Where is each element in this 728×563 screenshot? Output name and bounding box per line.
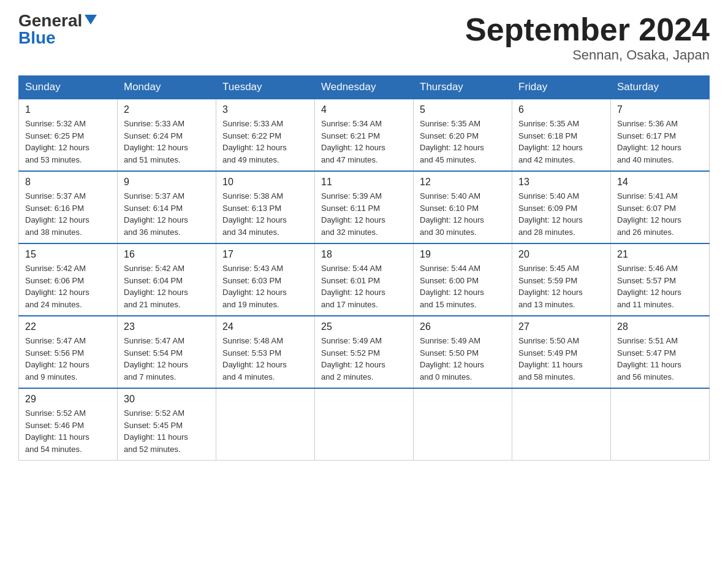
table-row: 14Sunrise: 5:41 AMSunset: 6:07 PMDayligh… — [611, 171, 710, 243]
day-info: Sunrise: 5:37 AMSunset: 6:16 PMDaylight:… — [25, 190, 111, 238]
calendar-week-4: 22Sunrise: 5:47 AMSunset: 5:56 PMDayligh… — [19, 316, 710, 388]
day-number: 5 — [420, 104, 506, 115]
day-info: Sunrise: 5:41 AMSunset: 6:07 PMDaylight:… — [617, 190, 703, 238]
table-row: 8Sunrise: 5:37 AMSunset: 6:16 PMDaylight… — [19, 171, 118, 243]
day-info: Sunrise: 5:34 AMSunset: 6:21 PMDaylight:… — [321, 118, 407, 166]
table-row: 11Sunrise: 5:39 AMSunset: 6:11 PMDayligh… — [315, 171, 414, 243]
table-row: 25Sunrise: 5:49 AMSunset: 5:52 PMDayligh… — [315, 316, 414, 388]
day-number: 15 — [25, 249, 111, 260]
day-info: Sunrise: 5:43 AMSunset: 6:03 PMDaylight:… — [222, 262, 308, 310]
title-section: September 2024 Sennan, Osaka, Japan — [465, 12, 710, 63]
day-info: Sunrise: 5:51 AMSunset: 5:47 PMDaylight:… — [617, 335, 703, 383]
day-number: 18 — [321, 249, 407, 260]
header-thursday: Thursday — [414, 76, 512, 99]
table-row: 4Sunrise: 5:34 AMSunset: 6:21 PMDaylight… — [315, 99, 414, 171]
day-number: 29 — [25, 394, 111, 405]
calendar-week-3: 15Sunrise: 5:42 AMSunset: 6:06 PMDayligh… — [19, 243, 710, 316]
day-info: Sunrise: 5:33 AMSunset: 6:24 PMDaylight:… — [124, 118, 210, 166]
day-info: Sunrise: 5:40 AMSunset: 6:10 PMDaylight:… — [420, 190, 506, 238]
header-sunday: Sunday — [19, 76, 118, 99]
calendar-week-1: 1Sunrise: 5:32 AMSunset: 6:25 PMDaylight… — [19, 99, 710, 171]
day-info: Sunrise: 5:44 AMSunset: 6:01 PMDaylight:… — [321, 262, 407, 310]
table-row: 30Sunrise: 5:52 AMSunset: 5:45 PMDayligh… — [118, 388, 216, 461]
logo-triangle-icon — [85, 15, 97, 25]
day-number: 17 — [222, 249, 308, 260]
day-info: Sunrise: 5:37 AMSunset: 6:14 PMDaylight:… — [124, 190, 210, 238]
day-number: 14 — [617, 177, 703, 188]
day-info: Sunrise: 5:42 AMSunset: 6:06 PMDaylight:… — [25, 262, 111, 310]
page-header: General Blue September 2024 Sennan, Osak… — [18, 12, 710, 63]
table-row: 5Sunrise: 5:35 AMSunset: 6:20 PMDaylight… — [414, 99, 512, 171]
table-row: 15Sunrise: 5:42 AMSunset: 6:06 PMDayligh… — [19, 243, 118, 316]
day-number: 12 — [420, 177, 506, 188]
table-row: 2Sunrise: 5:33 AMSunset: 6:24 PMDaylight… — [118, 99, 216, 171]
table-row: 1Sunrise: 5:32 AMSunset: 6:25 PMDaylight… — [19, 99, 118, 171]
calendar-header-row: SundayMondayTuesdayWednesdayThursdayFrid… — [19, 76, 710, 99]
location-title: Sennan, Osaka, Japan — [465, 47, 710, 63]
day-number: 9 — [124, 177, 210, 188]
day-number: 24 — [222, 321, 308, 332]
day-number: 20 — [518, 249, 604, 260]
day-number: 1 — [25, 104, 111, 115]
day-info: Sunrise: 5:46 AMSunset: 5:57 PMDaylight:… — [617, 262, 703, 310]
day-number: 6 — [518, 104, 604, 115]
table-row: 16Sunrise: 5:42 AMSunset: 6:04 PMDayligh… — [118, 243, 216, 316]
day-number: 23 — [124, 321, 210, 332]
table-row: 10Sunrise: 5:38 AMSunset: 6:13 PMDayligh… — [216, 171, 315, 243]
day-info: Sunrise: 5:45 AMSunset: 5:59 PMDaylight:… — [518, 262, 604, 310]
logo-blue-text: Blue — [18, 29, 56, 47]
table-row: 12Sunrise: 5:40 AMSunset: 6:10 PMDayligh… — [414, 171, 512, 243]
table-row: 20Sunrise: 5:45 AMSunset: 5:59 PMDayligh… — [512, 243, 611, 316]
table-row — [512, 388, 611, 461]
day-info: Sunrise: 5:44 AMSunset: 6:00 PMDaylight:… — [420, 262, 506, 310]
day-number: 21 — [617, 249, 703, 260]
day-info: Sunrise: 5:47 AMSunset: 5:54 PMDaylight:… — [124, 335, 210, 383]
table-row: 18Sunrise: 5:44 AMSunset: 6:01 PMDayligh… — [315, 243, 414, 316]
day-number: 19 — [420, 249, 506, 260]
table-row: 22Sunrise: 5:47 AMSunset: 5:56 PMDayligh… — [19, 316, 118, 388]
table-row: 7Sunrise: 5:36 AMSunset: 6:17 PMDaylight… — [611, 99, 710, 171]
table-row: 21Sunrise: 5:46 AMSunset: 5:57 PMDayligh… — [611, 243, 710, 316]
header-monday: Monday — [118, 76, 216, 99]
header-wednesday: Wednesday — [315, 76, 414, 99]
day-info: Sunrise: 5:50 AMSunset: 5:49 PMDaylight:… — [518, 335, 604, 383]
day-number: 4 — [321, 104, 407, 115]
day-number: 30 — [124, 394, 210, 405]
day-info: Sunrise: 5:48 AMSunset: 5:53 PMDaylight:… — [222, 335, 308, 383]
table-row: 24Sunrise: 5:48 AMSunset: 5:53 PMDayligh… — [216, 316, 315, 388]
table-row: 9Sunrise: 5:37 AMSunset: 6:14 PMDaylight… — [118, 171, 216, 243]
logo: General Blue — [18, 12, 97, 47]
table-row: 13Sunrise: 5:40 AMSunset: 6:09 PMDayligh… — [512, 171, 611, 243]
day-info: Sunrise: 5:42 AMSunset: 6:04 PMDaylight:… — [124, 262, 210, 310]
day-info: Sunrise: 5:49 AMSunset: 5:50 PMDaylight:… — [420, 335, 506, 383]
day-number: 22 — [25, 321, 111, 332]
day-info: Sunrise: 5:52 AMSunset: 5:46 PMDaylight:… — [25, 407, 111, 455]
day-number: 25 — [321, 321, 407, 332]
day-info: Sunrise: 5:32 AMSunset: 6:25 PMDaylight:… — [25, 118, 111, 166]
day-number: 10 — [222, 177, 308, 188]
table-row: 29Sunrise: 5:52 AMSunset: 5:46 PMDayligh… — [19, 388, 118, 461]
day-info: Sunrise: 5:38 AMSunset: 6:13 PMDaylight:… — [222, 190, 308, 238]
table-row — [216, 388, 315, 461]
table-row — [611, 388, 710, 461]
table-row — [315, 388, 414, 461]
day-number: 16 — [124, 249, 210, 260]
day-info: Sunrise: 5:35 AMSunset: 6:20 PMDaylight:… — [420, 118, 506, 166]
day-info: Sunrise: 5:35 AMSunset: 6:18 PMDaylight:… — [518, 118, 604, 166]
table-row: 28Sunrise: 5:51 AMSunset: 5:47 PMDayligh… — [611, 316, 710, 388]
calendar-week-5: 29Sunrise: 5:52 AMSunset: 5:46 PMDayligh… — [19, 388, 710, 461]
table-row: 27Sunrise: 5:50 AMSunset: 5:49 PMDayligh… — [512, 316, 611, 388]
calendar-table: SundayMondayTuesdayWednesdayThursdayFrid… — [18, 75, 710, 461]
table-row: 6Sunrise: 5:35 AMSunset: 6:18 PMDaylight… — [512, 99, 611, 171]
day-info: Sunrise: 5:52 AMSunset: 5:45 PMDaylight:… — [124, 407, 210, 455]
day-number: 2 — [124, 104, 210, 115]
day-info: Sunrise: 5:36 AMSunset: 6:17 PMDaylight:… — [617, 118, 703, 166]
logo-general-text: General — [18, 12, 82, 29]
calendar-week-2: 8Sunrise: 5:37 AMSunset: 6:16 PMDaylight… — [19, 171, 710, 243]
table-row: 17Sunrise: 5:43 AMSunset: 6:03 PMDayligh… — [216, 243, 315, 316]
day-number: 8 — [25, 177, 111, 188]
day-number: 3 — [222, 104, 308, 115]
day-number: 11 — [321, 177, 407, 188]
header-friday: Friday — [512, 76, 611, 99]
table-row: 26Sunrise: 5:49 AMSunset: 5:50 PMDayligh… — [414, 316, 512, 388]
